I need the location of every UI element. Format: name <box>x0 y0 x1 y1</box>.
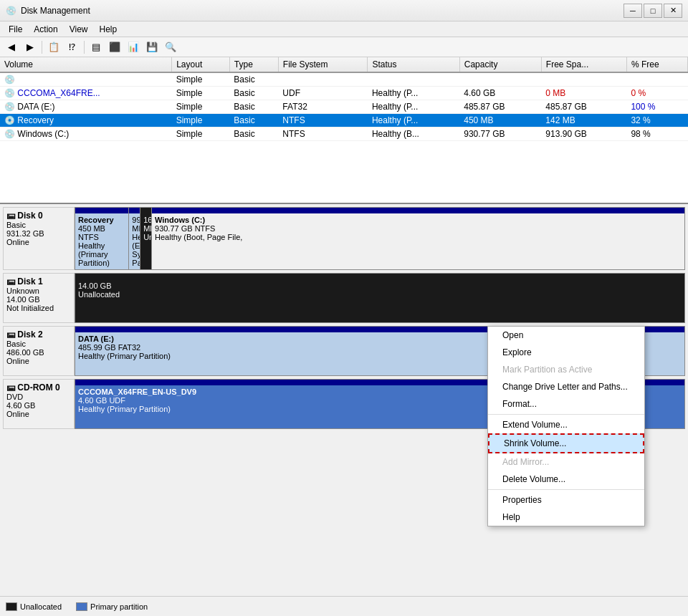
cell-pct-0 <box>626 72 687 87</box>
part-size-0-3: 930.77 GB NTFS <box>155 224 682 233</box>
cell-capacity-0 <box>459 72 541 87</box>
ctx-item-5[interactable]: Extend Volume... <box>488 416 644 433</box>
table-row[interactable]: 💿 RecoverySimpleBasicNTFSHealthy (P...45… <box>0 114 688 127</box>
part-size-0-2: 16 MB <box>143 216 148 233</box>
legend-primary-box <box>76 602 87 611</box>
cell-layout-2: Simple <box>172 100 230 114</box>
ctx-label-7: Add Mirror... <box>502 457 549 467</box>
disk-name-2: 🖴 Disk 2 <box>6 329 71 340</box>
title-bar: 💿 Disk Management ─ □ ✕ <box>0 0 688 21</box>
cell-fs-1: UDF <box>278 87 368 100</box>
toolbar-btn-5[interactable]: 📊 <box>125 39 142 55</box>
cell-fs-0 <box>278 72 368 87</box>
maximize-button[interactable]: □ <box>644 4 662 18</box>
table-row[interactable]: 💿 CCCOMA_X64FRE...SimpleBasicUDFHealthy … <box>0 87 688 100</box>
toolbar-btn-3[interactable]: ▤ <box>87 39 105 55</box>
cell-pct-4: 98 % <box>626 127 687 141</box>
disk-partitions-1: 14.00 GB Unallocated <box>75 273 685 323</box>
col-layout[interactable]: Layout <box>172 57 230 72</box>
cell-free-4: 913.90 GB <box>541 127 626 141</box>
cell-pct-1: 0 % <box>626 87 687 100</box>
cell-capacity-3: 450 MB <box>459 114 541 127</box>
ctx-label-4: Format... <box>502 399 537 409</box>
menu-help[interactable]: Help <box>94 23 123 36</box>
toolbar-btn-4[interactable]: ⬛ <box>106 39 123 55</box>
toolbar-btn-1[interactable]: 📋 <box>45 39 62 55</box>
cell-status-4: Healthy (B... <box>368 127 459 141</box>
menu-bar: File Action View Help <box>0 21 688 37</box>
ctx-item-6[interactable]: Shrink Volume... <box>488 433 644 453</box>
disk-type-0: Basic <box>6 221 71 229</box>
cell-free-0 <box>541 72 626 87</box>
cell-type-2: Basic <box>229 100 278 114</box>
close-button[interactable]: ✕ <box>664 4 682 18</box>
ctx-label-2: Mark Partition as Active <box>502 365 592 375</box>
part-body-0-1: 99 MB Healthy (EFI System Part... <box>129 213 140 269</box>
col-free[interactable]: Free Spa... <box>541 57 626 72</box>
cell-type-0: Basic <box>229 72 278 87</box>
part-header-0-0 <box>75 208 128 213</box>
col-fs[interactable]: File System <box>278 57 368 72</box>
ctx-item-8[interactable]: Delete Volume... <box>488 471 644 488</box>
cell-status-3: Healthy (P... <box>368 114 459 127</box>
disk-status-2: Online <box>6 357 71 365</box>
disk-name-0: 🖴 Disk 0 <box>6 211 71 221</box>
partition-0-1[interactable]: 99 MB Healthy (EFI System Part... <box>129 208 140 269</box>
forward-button[interactable]: ▶ <box>22 39 39 55</box>
partition-0-0[interactable]: Recovery 450 MB NTFS Healthy (Primary Pa… <box>75 208 129 269</box>
ctx-item-1[interactable]: Explore <box>488 344 644 361</box>
partition-0-3[interactable]: Windows (C:) 930.77 GB NTFS Healthy (Boo… <box>152 208 684 269</box>
partition-1-0[interactable]: 14.00 GB Unallocated <box>75 274 684 322</box>
ctx-label-10: Help <box>502 512 520 522</box>
disk-status-3: Online <box>6 410 71 418</box>
col-volume[interactable]: Volume <box>0 57 172 72</box>
ctx-item-10[interactable]: Help <box>488 509 644 526</box>
cell-pct-3: 32 % <box>626 114 687 127</box>
toolbar-btn-6[interactable]: 💾 <box>143 39 161 55</box>
table-row[interactable]: 💿 SimpleBasic <box>0 72 688 87</box>
part-body-1-0: 14.00 GB Unallocated <box>75 279 684 322</box>
menu-action[interactable]: Action <box>28 23 63 36</box>
cell-status-0 <box>368 72 459 87</box>
col-status[interactable]: Status <box>368 57 459 72</box>
part-header-0-2 <box>140 208 151 213</box>
toolbar-sep-1 <box>42 41 42 54</box>
ctx-sep-before-extend <box>488 414 644 415</box>
disk-label-0: 🖴 Disk 0 Basic 931.32 GB Online <box>3 207 75 270</box>
part-header-0-1 <box>129 208 140 213</box>
partition-0-2[interactable]: 16 MB Unallocated <box>140 208 152 269</box>
ctx-item-0[interactable]: Open <box>488 327 644 344</box>
col-type[interactable]: Type <box>229 57 278 72</box>
disk-status-1: Not Initialized <box>6 304 71 312</box>
minimize-button[interactable]: ─ <box>624 4 642 18</box>
cell-status-2: Healthy (P... <box>368 100 459 114</box>
col-pct[interactable]: % Free <box>626 57 687 72</box>
disk-type-1: Unknown <box>6 287 71 295</box>
table-row[interactable]: 💿 Windows (C:)SimpleBasicNTFSHealthy (B.… <box>0 127 688 141</box>
cell-capacity-1: 4.60 GB <box>459 87 541 100</box>
back-button[interactable]: ◀ <box>3 39 20 55</box>
disk-size-0: 931.32 GB <box>6 229 71 238</box>
table-row[interactable]: 💿 DATA (E:)SimpleBasicFAT32Healthy (P...… <box>0 100 688 114</box>
cell-layout-0: Simple <box>172 72 230 87</box>
cell-free-1: 0 MB <box>541 87 626 100</box>
col-capacity[interactable]: Capacity <box>459 57 541 72</box>
part-status-0-2: Unallocated <box>143 233 148 241</box>
window-title: Disk Management <box>21 6 90 16</box>
main-content: Volume Layout Type File System Status Ca… <box>0 57 688 596</box>
toolbar-sep-2 <box>84 41 85 54</box>
cell-type-3: Basic <box>229 114 278 127</box>
cell-layout-3: Simple <box>172 114 230 127</box>
disk-partitions-0: Recovery 450 MB NTFS Healthy (Primary Pa… <box>75 207 685 270</box>
toolbar-btn-7[interactable]: 🔍 <box>162 39 179 55</box>
ctx-item-9[interactable]: Properties <box>488 491 644 509</box>
ctx-item-3[interactable]: Change Drive Letter and Paths... <box>488 378 644 395</box>
toolbar-btn-2[interactable]: ⁉ <box>64 39 81 55</box>
menu-view[interactable]: View <box>64 23 94 36</box>
cell-layout-1: Simple <box>172 87 230 100</box>
menu-file[interactable]: File <box>3 23 28 36</box>
ctx-item-4[interactable]: Format... <box>488 395 644 413</box>
part-body-0-0: Recovery 450 MB NTFS Healthy (Primary Pa… <box>75 213 128 269</box>
cell-volume-4: 💿 Windows (C:) <box>0 127 172 141</box>
cell-volume-2: 💿 DATA (E:) <box>0 100 172 114</box>
